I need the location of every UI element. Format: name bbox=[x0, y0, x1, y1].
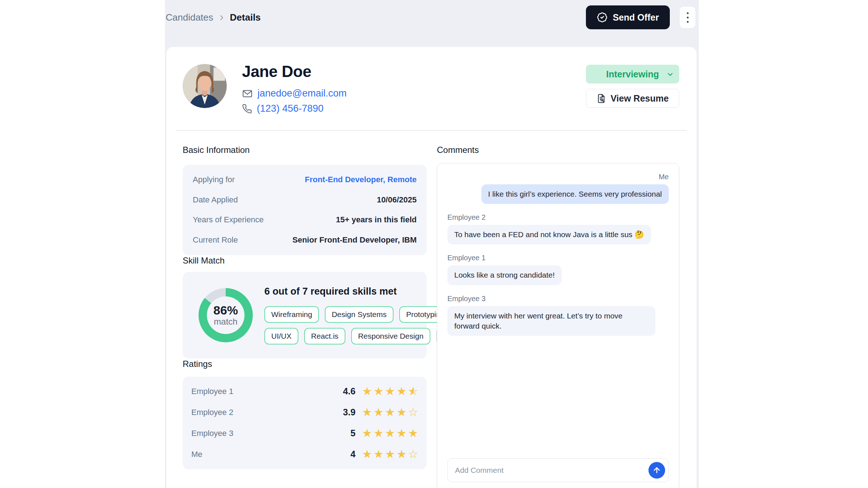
more-options-button[interactable] bbox=[679, 6, 696, 29]
rating-name: Employee 2 bbox=[191, 408, 343, 417]
match-percent: 86% bbox=[213, 304, 238, 316]
profile-actions: Interviewing View Resume bbox=[586, 65, 679, 114]
star-icon: ★ bbox=[396, 449, 407, 460]
comment-message: Employee 2 To have been a FED and not kn… bbox=[447, 213, 669, 244]
rating-row: Employee 3 5 ★★★★★ bbox=[191, 428, 418, 439]
donut-center: 86% match bbox=[207, 296, 244, 334]
rating-value: 4.6 bbox=[343, 386, 356, 397]
skill-chip: UI/UX bbox=[264, 328, 298, 344]
skill-match-title: Skill Match bbox=[183, 255, 427, 266]
info-label: Current Role bbox=[193, 235, 238, 245]
rating-name: Me bbox=[191, 450, 350, 459]
view-resume-label: View Resume bbox=[610, 93, 669, 104]
comment-bubble: Looks like a strong candidate! bbox=[447, 265, 562, 285]
email-row[interactable]: janedoe@email.com bbox=[242, 88, 347, 99]
add-comment-input[interactable] bbox=[447, 458, 669, 482]
candidate-name: Jane Doe bbox=[242, 63, 347, 81]
rating-value: 3.9 bbox=[343, 407, 356, 418]
chevron-right-icon bbox=[218, 14, 226, 22]
candidate-phone[interactable]: (123) 456-7890 bbox=[257, 103, 324, 114]
star-icon: ★ bbox=[374, 407, 384, 418]
comment-bubble: My interview with her went great. Let’s … bbox=[447, 306, 655, 336]
star-rating: ★★★★★ bbox=[362, 428, 418, 439]
star-icon: ★ bbox=[374, 449, 384, 460]
comments-title: Comments bbox=[437, 145, 679, 155]
send-offer-label: Send Offer bbox=[613, 12, 659, 23]
profile-header: Jane Doe janedoe@email.com ( bbox=[183, 47, 679, 114]
info-value: Senior Front-End Developer, IBM bbox=[293, 235, 417, 245]
arrow-up-icon bbox=[652, 466, 661, 475]
status-label: Interviewing bbox=[606, 69, 659, 80]
rating-row: Employee 1 4.6 ★★★★☆★ bbox=[191, 386, 418, 397]
star-icon: ☆ bbox=[408, 449, 418, 460]
basic-info-card: Applying for Front-End Developer, Remote… bbox=[183, 165, 427, 255]
star-icon: ★ bbox=[408, 428, 418, 439]
comment-author: Employee 3 bbox=[447, 295, 486, 303]
phone-row[interactable]: (123) 456-7890 bbox=[242, 103, 347, 114]
comment-author: Employee 1 bbox=[447, 254, 486, 262]
star-icon: ★ bbox=[396, 428, 407, 439]
comment-message: Employee 3 My interview with her went gr… bbox=[447, 295, 669, 336]
skill-content: 6 out of 7 required skills met Wireframi… bbox=[264, 286, 466, 344]
candidate-email[interactable]: janedoe@email.com bbox=[258, 88, 347, 99]
rating-name: Employee 3 bbox=[191, 429, 350, 438]
send-offer-button[interactable]: Send Offer bbox=[586, 5, 670, 29]
breadcrumb-candidates[interactable]: Candidates bbox=[166, 12, 213, 23]
ratings-card: Employee 1 4.6 ★★★★☆★ Employee 2 3.9 ★★★… bbox=[183, 377, 427, 469]
rating-row: Me 4 ★★★★☆ bbox=[191, 449, 418, 460]
content-columns: Basic Information Applying for Front-End… bbox=[183, 145, 679, 488]
info-row-date-applied: Date Applied 10/06/2025 bbox=[193, 195, 417, 205]
rating-name: Employee 1 bbox=[191, 387, 343, 396]
right-column: Comments Me I like this girl’s experienc… bbox=[437, 145, 679, 488]
star-icon: ★ bbox=[385, 407, 395, 418]
info-label: Years of Experience bbox=[193, 215, 264, 224]
profile-identity: Jane Doe janedoe@email.com ( bbox=[242, 64, 347, 114]
kebab-dot bbox=[687, 21, 689, 23]
submit-comment-button[interactable] bbox=[648, 462, 665, 479]
info-label: Date Applied bbox=[193, 195, 238, 205]
comment-bubble: I like this girl’s experience. Seems ver… bbox=[481, 184, 669, 204]
skills-met-headline: 6 out of 7 required skills met bbox=[264, 286, 466, 297]
skill-chip: Wireframing bbox=[264, 306, 319, 323]
info-value: 15+ years in this field bbox=[336, 215, 417, 224]
rating-row: Employee 2 3.9 ★★★★☆ bbox=[191, 407, 418, 418]
candidate-avatar bbox=[183, 64, 227, 108]
comment-author: Employee 2 bbox=[447, 213, 486, 222]
view-resume-button[interactable]: View Resume bbox=[586, 89, 679, 108]
match-label: match bbox=[214, 317, 237, 326]
main-card: Jane Doe janedoe@email.com ( bbox=[166, 47, 697, 488]
kebab-dot bbox=[687, 17, 689, 18]
info-value: 10/06/2025 bbox=[377, 195, 417, 205]
comment-bubble: To have been a FED and not know Java is … bbox=[447, 225, 651, 244]
star-icon: ★ bbox=[385, 449, 395, 460]
breadcrumb: Candidates Details bbox=[166, 12, 261, 23]
phone-icon bbox=[242, 104, 252, 114]
breadcrumb-details: Details bbox=[230, 12, 261, 23]
skill-chip: React.is bbox=[304, 328, 345, 344]
star-icon: ★ bbox=[385, 428, 395, 439]
star-rating: ★★★★☆ bbox=[362, 449, 418, 460]
comment-author: Me bbox=[659, 173, 669, 181]
star-icon: ★ bbox=[362, 386, 372, 397]
left-column: Basic Information Applying for Front-End… bbox=[183, 145, 427, 488]
info-row-applying-for: Applying for Front-End Developer, Remote bbox=[193, 175, 417, 184]
status-dropdown[interactable]: Interviewing bbox=[586, 65, 679, 84]
star-icon: ★ bbox=[374, 428, 384, 439]
mail-icon bbox=[242, 88, 253, 99]
info-row-current-role: Current Role Senior Front-End Developer,… bbox=[193, 235, 417, 245]
kebab-dot bbox=[687, 12, 689, 14]
skill-chip-row-1: Wireframing Design Systems Prototyping bbox=[264, 306, 466, 323]
comment-message: Employee 1 Looks like a strong candidate… bbox=[447, 254, 669, 285]
skill-chip: Design Systems bbox=[325, 306, 393, 323]
star-rating: ★★★★☆ bbox=[362, 407, 418, 418]
star-icon: ★ bbox=[362, 449, 372, 460]
info-row-experience: Years of Experience 15+ years in this fi… bbox=[193, 215, 417, 224]
info-label: Applying for bbox=[193, 175, 235, 184]
comment-message-self: Me I like this girl’s experience. Seems … bbox=[447, 173, 669, 204]
ratings-title: Ratings bbox=[183, 359, 427, 369]
content-band: Candidates Details Send Offer bbox=[165, 0, 699, 488]
applying-for-link[interactable]: Front-End Developer, Remote bbox=[305, 175, 417, 184]
badge-check-icon bbox=[597, 12, 608, 23]
skill-match-donut: 86% match bbox=[199, 288, 253, 342]
star-icon: ★ bbox=[385, 386, 395, 397]
